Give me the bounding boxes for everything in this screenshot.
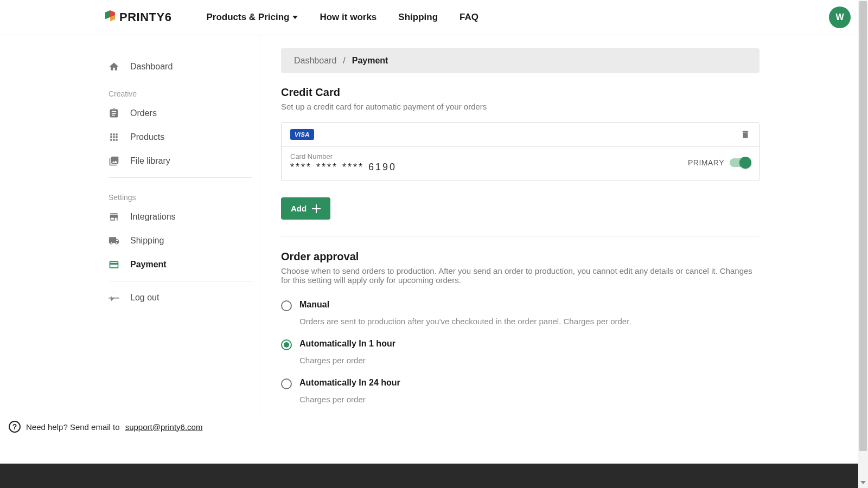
main-content: Dashboard / Payment Credit Card Set up a… (259, 35, 868, 418)
home-icon (108, 61, 119, 72)
credit-card-desc: Set up a credit card for automatic payme… (281, 102, 760, 111)
nav-products-pricing[interactable]: Products & Pricing (206, 12, 298, 23)
card-number-label: Card Number (290, 152, 397, 160)
approval-option-auto-1h[interactable]: Automatically In 1 hour (281, 335, 760, 350)
order-approval-desc: Choose when to send orders to production… (281, 266, 760, 285)
primary-card-toggle[interactable]: PRIMARY (688, 158, 750, 167)
sidebar-divider (108, 177, 252, 178)
approval-option-manual[interactable]: Manual (281, 296, 760, 311)
help-icon: ? (9, 421, 21, 433)
section-divider (281, 236, 760, 236)
saved-card: VISA Card Number **** **** **** 6190 PRI… (281, 122, 760, 181)
radio-icon (281, 378, 292, 389)
sidebar-label: Integrations (130, 212, 176, 222)
add-button-label: Add (291, 204, 307, 213)
add-card-button[interactable]: Add (281, 197, 330, 220)
sidebar-label: File library (130, 156, 170, 166)
primary-label: PRIMARY (688, 158, 724, 167)
sidebar-label: Dashboard (130, 62, 173, 72)
breadcrumb-current: Payment (352, 56, 388, 66)
nav-faq[interactable]: FAQ (459, 12, 478, 23)
option-desc: Charges per order (281, 391, 760, 410)
option-desc: Orders are sent to production after you'… (281, 313, 760, 332)
credit-card-title: Credit Card (281, 86, 760, 99)
sidebar-label: Orders (130, 108, 157, 118)
brand-name: PRINTY6 (119, 10, 171, 24)
option-desc: Charges per order (281, 352, 760, 371)
sidebar-item-products[interactable]: Products (108, 125, 252, 149)
toggle-switch-icon (730, 158, 750, 167)
chevron-down-icon (292, 16, 298, 19)
credit-card-icon (108, 259, 119, 270)
breadcrumb: Dashboard / Payment (281, 48, 760, 73)
sidebar-item-dashboard[interactable]: Dashboard (108, 55, 252, 79)
nav-how-it-works[interactable]: How it works (320, 12, 376, 23)
breadcrumb-sep: / (343, 56, 345, 66)
clipboard-icon (108, 108, 119, 119)
help-bar: ? Need help? Send email to support@print… (0, 414, 868, 439)
user-avatar[interactable]: W (829, 7, 851, 28)
sidebar-section-creative: Creative (108, 79, 252, 101)
sidebar-section-settings: Settings (108, 182, 252, 205)
option-label: Automatically In 24 hour (299, 378, 400, 388)
breadcrumb-root[interactable]: Dashboard (294, 56, 336, 66)
scrollbar[interactable] (858, 0, 868, 488)
sidebar-divider (108, 281, 252, 281)
sidebar: Dashboard Creative Orders Products File … (0, 35, 259, 418)
sidebar-label: Shipping (130, 236, 164, 246)
app-header: PRINTY6 Products & Pricing How it works … (0, 0, 868, 35)
card-brand-badge: VISA (290, 129, 314, 140)
scrollbar-thumb[interactable] (859, 1, 867, 451)
nav-shipping[interactable]: Shipping (398, 12, 438, 23)
brand-logo[interactable]: PRINTY6 (104, 10, 171, 24)
support-email-link[interactable]: support@printy6.com (125, 422, 203, 432)
sidebar-item-payment[interactable]: Payment (108, 253, 252, 277)
delete-card-icon[interactable] (741, 130, 750, 139)
approval-option-auto-24h[interactable]: Automatically In 24 hour (281, 374, 760, 389)
plus-icon (312, 204, 321, 213)
sidebar-item-file-library[interactable]: File library (108, 149, 252, 173)
sidebar-label: Products (130, 132, 164, 142)
option-label: Manual (299, 300, 329, 310)
sidebar-label: Payment (130, 260, 167, 269)
collections-icon (108, 156, 119, 166)
sidebar-label: Log out (130, 293, 159, 303)
order-approval-title: Order approval (281, 251, 760, 263)
radio-icon (281, 300, 292, 311)
sidebar-item-integrations[interactable]: Integrations (108, 205, 252, 229)
sidebar-item-orders[interactable]: Orders (108, 101, 252, 125)
option-label: Automatically In 1 hour (299, 339, 395, 349)
logo-mark-icon (104, 10, 116, 24)
card-number-value: **** **** **** 6190 (290, 162, 397, 173)
truck-icon (108, 235, 119, 246)
grid-icon (108, 132, 119, 143)
sidebar-item-log-out[interactable]: Log out (108, 286, 252, 310)
main-nav: Products & Pricing How it works Shipping… (206, 12, 478, 23)
sidebar-item-shipping[interactable]: Shipping (108, 229, 252, 253)
help-text: Need help? Send email to (26, 422, 120, 432)
order-approval-options: Manual Orders are sent to production aft… (281, 296, 760, 418)
store-icon (108, 211, 119, 222)
footer (0, 464, 868, 488)
scroll-down-icon[interactable] (860, 479, 866, 486)
radio-icon (281, 339, 292, 350)
nav-products-label: Products & Pricing (206, 12, 289, 23)
logout-icon (108, 292, 119, 303)
